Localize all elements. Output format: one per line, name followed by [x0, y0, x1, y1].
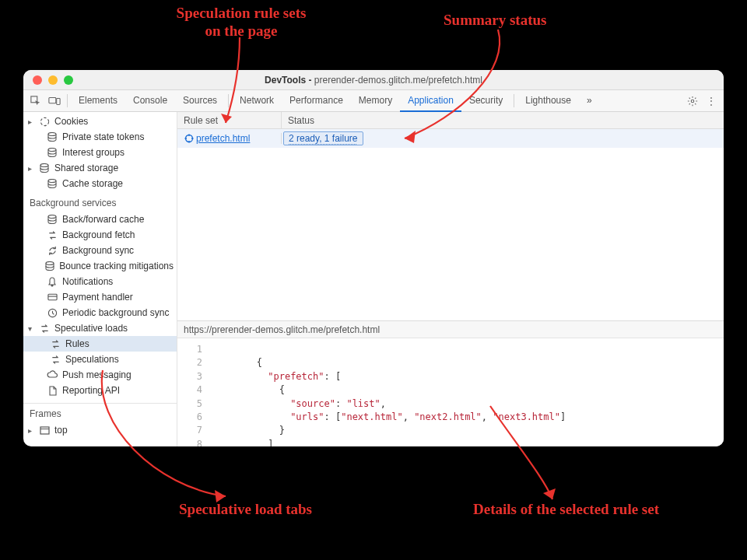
- cloud-icon: [47, 369, 58, 380]
- cell-rule-link[interactable]: prefetch.html: [177, 133, 282, 144]
- svg-rect-15: [47, 294, 56, 299]
- code-gutter: 123456789: [177, 338, 209, 446]
- tab-memory[interactable]: Memory: [351, 90, 400, 112]
- gear-icon[interactable]: [683, 90, 702, 111]
- sidebar-item-label: Shared storage: [54, 163, 118, 173]
- sidebar-item-speculative-loads[interactable]: ▾ Speculative loads: [23, 320, 177, 336]
- swap-icon: [47, 229, 58, 240]
- expand-icon: ▸: [28, 426, 34, 435]
- sidebar-item-label: Notifications: [62, 276, 113, 287]
- sidebar-item-periodic-sync[interactable]: Periodic background sync: [23, 305, 177, 320]
- svg-point-7: [691, 100, 694, 103]
- sidebar-item-label: Payment handler: [62, 292, 133, 303]
- expand-icon: ▸: [28, 164, 34, 173]
- sidebar-item-notifications[interactable]: Notifications: [23, 274, 177, 289]
- tab-console[interactable]: Console: [125, 90, 175, 112]
- sidebar-item-shared-storage[interactable]: ▸ Shared storage: [23, 160, 177, 176]
- inspect-icon[interactable]: [26, 90, 45, 111]
- sidebar-item-rules[interactable]: Rules: [23, 336, 177, 352]
- sidebar-item-frame-top[interactable]: ▸ top: [23, 422, 177, 438]
- tab-performance[interactable]: Performance: [282, 90, 351, 112]
- tab-lighthouse[interactable]: Lighthouse: [517, 90, 579, 112]
- clock-icon: [47, 307, 58, 318]
- window-title: DevTools - prerender-demos.glitch.me/pre…: [265, 75, 482, 86]
- rule-source-view: 123456789 { "prefetch": [ { "source": "l…: [177, 338, 724, 446]
- devtools-tabbar: Elements Console Sources Network Perform…: [23, 90, 724, 112]
- svg-point-13: [48, 215, 56, 218]
- tab-network[interactable]: Network: [232, 90, 282, 112]
- swap-icon: [50, 354, 61, 365]
- target-icon: [184, 133, 195, 144]
- svg-rect-18: [40, 427, 49, 434]
- sidebar-item-reporting-api[interactable]: Reporting API: [23, 383, 177, 398]
- sidebar-item-label: Cookies: [54, 116, 88, 127]
- rule-link-text: prefetch.html: [196, 133, 250, 144]
- sidebar-item-label: Rules: [65, 338, 89, 349]
- selected-rule-url: https://prerender-demos.glitch.me/prefet…: [177, 320, 724, 338]
- svg-point-9: [48, 132, 56, 135]
- col-status[interactable]: Status: [282, 112, 724, 128]
- window-title-url: prerender-demos.glitch.me/prefetch.html: [314, 75, 482, 86]
- db-icon: [39, 163, 50, 173]
- svg-point-11: [40, 163, 48, 166]
- sidebar-item-push-messaging[interactable]: Push messaging: [23, 367, 177, 383]
- svg-rect-6: [57, 98, 60, 104]
- sidebar-group-frames: Frames: [23, 408, 177, 422]
- sync-icon: [47, 245, 58, 256]
- db-icon: [47, 178, 58, 189]
- col-rule-set[interactable]: Rule set: [177, 112, 282, 128]
- sidebar-item-background-fetch[interactable]: Background fetch: [23, 227, 177, 243]
- db-icon: [45, 261, 54, 271]
- cookies-icon: [39, 116, 50, 127]
- window-title-prefix: DevTools -: [265, 75, 314, 86]
- sidebar-item-label: Back/forward cache: [62, 214, 144, 225]
- sidebar-item-label: Bounce tracking mitigations: [59, 261, 174, 271]
- cell-status: 2 ready, 1 failure: [282, 131, 724, 145]
- code-body[interactable]: { "prefetch": [ { "source": "list", "url…: [209, 338, 724, 446]
- sidebar-item-label: Background sync: [62, 245, 134, 256]
- frame-icon: [39, 425, 50, 436]
- tab-security[interactable]: Security: [461, 90, 510, 112]
- application-sidebar: ▸ Cookies Private state tokens Interest …: [23, 112, 177, 446]
- device-icon[interactable]: [45, 90, 64, 111]
- swap-icon: [39, 323, 50, 334]
- tab-application[interactable]: Application: [400, 90, 461, 112]
- sidebar-item-cookies[interactable]: ▸ Cookies: [23, 114, 177, 129]
- kebab-icon[interactable]: ⋮: [702, 90, 721, 111]
- sidebar-item-back-forward-cache[interactable]: Back/forward cache: [23, 212, 177, 227]
- status-chip[interactable]: 2 ready, 1 failure: [283, 131, 363, 145]
- tabs-overflow[interactable]: »: [579, 90, 600, 112]
- svg-point-8: [40, 117, 48, 125]
- collapse-icon: ▾: [28, 324, 34, 333]
- sidebar-item-payment-handler[interactable]: Payment handler: [23, 289, 177, 305]
- db-icon: [47, 131, 58, 142]
- sidebar-item-private-state-tokens[interactable]: Private state tokens: [23, 129, 177, 145]
- sidebar-item-label: Interest groups: [62, 147, 124, 158]
- annotation-top-right: Summary status: [444, 12, 546, 30]
- card-icon: [47, 292, 58, 303]
- sidebar-item-label: Background fetch: [62, 229, 135, 240]
- sidebar-item-label: Cache storage: [62, 178, 123, 189]
- sidebar-item-label: Private state tokens: [62, 131, 144, 142]
- maximize-traffic-light[interactable]: [64, 75, 73, 85]
- table-row[interactable]: prefetch.html 2 ready, 1 failure: [177, 129, 724, 148]
- svg-marker-3: [543, 488, 556, 499]
- tab-elements[interactable]: Elements: [71, 90, 125, 112]
- sidebar-item-bounce-tracking[interactable]: Bounce tracking mitigations: [23, 258, 177, 274]
- db-icon: [47, 214, 58, 225]
- file-icon: [47, 385, 58, 396]
- devtools-window: DevTools - prerender-demos.glitch.me/pre…: [23, 70, 724, 446]
- annotation-bottom-right: Details of the selected rule set: [473, 501, 659, 519]
- sidebar-item-label: Periodic background sync: [62, 307, 169, 318]
- tab-sources[interactable]: Sources: [175, 90, 225, 112]
- minimize-traffic-light[interactable]: [48, 75, 58, 85]
- svg-rect-5: [49, 97, 56, 103]
- sidebar-item-interest-groups[interactable]: Interest groups: [23, 145, 177, 160]
- close-traffic-light[interactable]: [33, 75, 42, 85]
- sidebar-item-cache-storage[interactable]: Cache storage: [23, 176, 177, 191]
- annotation-top-left: Speculation rule sets on the page: [156, 5, 327, 40]
- sidebar-item-background-sync[interactable]: Background sync: [23, 243, 177, 258]
- sidebar-item-speculations[interactable]: Speculations: [23, 352, 177, 367]
- sidebar-item-label: Push messaging: [62, 369, 132, 380]
- annotation-bottom-left: Speculative load tabs: [179, 501, 312, 519]
